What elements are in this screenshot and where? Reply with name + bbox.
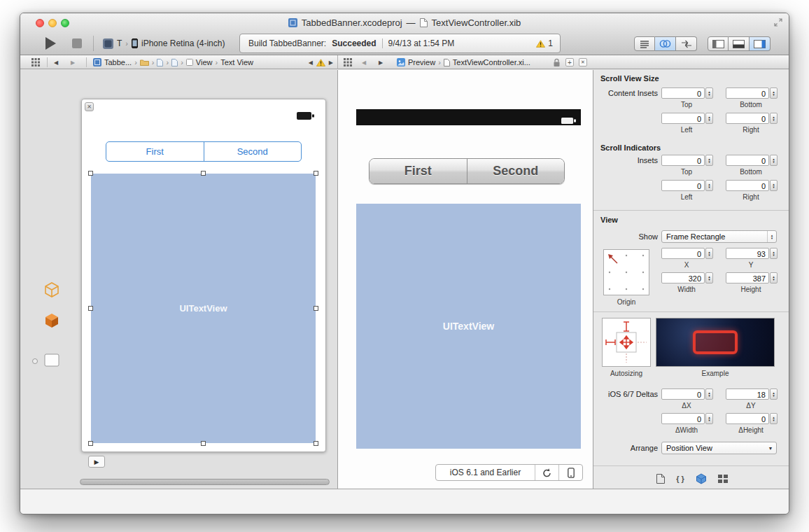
rotate-preview-button[interactable]: [535, 465, 558, 480]
close-assistant-editor-button[interactable]: ✕: [579, 58, 587, 66]
indicator-insets-top-value[interactable]: 0: [661, 155, 705, 166]
lock-icon[interactable]: [553, 58, 561, 67]
frame-y-value[interactable]: 93: [726, 248, 769, 259]
origin-selector-widget[interactable]: [603, 249, 649, 295]
breadcrumb-document[interactable]: TextViewController.xi...: [453, 58, 530, 66]
arrange-popup[interactable]: Position View ▼: [661, 442, 777, 454]
delta-y-value[interactable]: 18: [726, 388, 769, 400]
content-insets-left-stepper[interactable]: ▴▾: [705, 113, 713, 124]
next-issue-button[interactable]: ▶: [329, 59, 333, 66]
history-back-button[interactable]: ◀: [54, 55, 58, 69]
toggle-utilities-button[interactable]: [750, 36, 771, 51]
delta-height-field[interactable]: 0 ▴▾: [726, 413, 778, 424]
indicator-insets-bottom-stepper[interactable]: ▴▾: [770, 155, 778, 166]
file-template-library-icon[interactable]: [656, 474, 665, 484]
frame-height-stepper[interactable]: ▴▾: [770, 272, 778, 284]
delta-height-value[interactable]: 0: [726, 413, 769, 424]
delta-width-value[interactable]: 0: [661, 413, 705, 424]
uitextview-selected[interactable]: UITextView: [91, 174, 316, 443]
frame-y-field[interactable]: 93 ▴▾: [726, 248, 778, 259]
frame-width-field[interactable]: 320 ▴▾: [661, 272, 713, 284]
delta-x-stepper[interactable]: ▴▾: [705, 388, 713, 400]
indicator-insets-right-stepper[interactable]: ▴▾: [770, 180, 778, 191]
horizontal-scrollbar[interactable]: [80, 479, 330, 485]
indicator-insets-bottom-value[interactable]: 0: [726, 155, 769, 166]
toggle-navigator-button[interactable]: [708, 36, 729, 51]
frame-height-value[interactable]: 387: [726, 272, 769, 284]
add-assistant-editor-button[interactable]: +: [565, 58, 574, 66]
toggle-debug-area-button[interactable]: [729, 36, 750, 51]
content-insets-top-value[interactable]: 0: [661, 88, 705, 99]
preview-crumb-icon[interactable]: [397, 58, 405, 66]
indicator-insets-left-field[interactable]: 0 ▴▾: [661, 180, 713, 191]
content-insets-right-field[interactable]: 0 ▴▾: [726, 113, 778, 124]
canvas-close-button[interactable]: ✕: [85, 102, 94, 111]
resize-handle-top-left[interactable]: [88, 171, 93, 176]
content-insets-right-stepper[interactable]: ▴▾: [770, 113, 778, 124]
content-insets-bottom-value[interactable]: 0: [726, 88, 769, 99]
version-editor-button[interactable]: [676, 36, 697, 51]
content-insets-top-field[interactable]: 0 ▴▾: [661, 88, 713, 99]
breadcrumb-preview[interactable]: Preview: [408, 58, 435, 66]
project-crumb-icon[interactable]: [93, 58, 101, 66]
dock-first-responder[interactable]: [41, 310, 62, 331]
resize-handle-middle-right[interactable]: [314, 306, 318, 311]
delta-x-value[interactable]: 0: [661, 388, 705, 400]
breadcrumb-view[interactable]: View: [196, 58, 213, 66]
indicator-insets-right-value[interactable]: 0: [726, 180, 769, 191]
indicator-insets-top-field[interactable]: 0 ▴▾: [661, 155, 713, 166]
indicator-insets-left-value[interactable]: 0: [661, 180, 705, 191]
content-insets-right-value[interactable]: 0: [726, 113, 769, 124]
content-insets-left-field[interactable]: 0 ▴▾: [661, 113, 713, 124]
frame-x-value[interactable]: 0: [661, 248, 705, 259]
object-library-icon[interactable]: [696, 473, 707, 484]
outline-disclosure-dot[interactable]: [32, 358, 38, 364]
run-button[interactable]: [45, 37, 56, 50]
frame-x-field[interactable]: 0 ▴▾: [661, 248, 713, 259]
resize-handle-top-right[interactable]: [314, 171, 318, 176]
frame-width-stepper[interactable]: ▴▾: [705, 272, 713, 284]
delta-width-field[interactable]: 0 ▴▾: [661, 413, 713, 424]
indicator-insets-left-stepper[interactable]: ▴▾: [705, 180, 713, 191]
issues-badge[interactable]: 1: [536, 34, 553, 52]
folder-crumb-icon[interactable]: [140, 59, 149, 66]
related-items-menu[interactable]: [344, 55, 352, 69]
previous-issue-button[interactable]: ◀: [309, 59, 313, 66]
frame-height-field[interactable]: 387 ▴▾: [726, 272, 778, 284]
view-crumb-icon[interactable]: [186, 59, 193, 66]
history-forward-button[interactable]: ▶: [71, 55, 75, 69]
file-crumb-icon[interactable]: [171, 59, 178, 66]
related-items-menu[interactable]: [31, 55, 40, 69]
delta-width-stepper[interactable]: ▴▾: [705, 413, 713, 424]
scheme-selector[interactable]: T › iPhone Retina (4-inch): [103, 37, 225, 50]
resize-handle-bottom-right[interactable]: [314, 441, 318, 446]
file-crumb-icon[interactable]: [157, 59, 163, 66]
content-insets-top-stepper[interactable]: ▴▾: [705, 88, 713, 99]
history-forward-button[interactable]: ▶: [379, 55, 383, 69]
resize-handle-bottom-left[interactable]: [88, 441, 93, 446]
dock-view-object[interactable]: [41, 349, 62, 370]
frame-width-value[interactable]: 320: [661, 272, 705, 284]
resize-handle-bottom-center[interactable]: [201, 441, 206, 446]
delta-height-stepper[interactable]: ▴▾: [770, 413, 778, 424]
fullscreen-icon[interactable]: [774, 18, 782, 27]
show-document-outline-button[interactable]: ▶: [88, 456, 105, 468]
delta-y-stepper[interactable]: ▴▾: [770, 388, 778, 400]
document-crumb-icon[interactable]: [444, 59, 450, 66]
warning-icon[interactable]: [316, 59, 325, 66]
content-insets-bottom-stepper[interactable]: ▴▾: [770, 88, 778, 99]
autosizing-widget[interactable]: [602, 318, 651, 367]
content-insets-bottom-field[interactable]: 0 ▴▾: [726, 88, 778, 99]
delta-y-field[interactable]: 18 ▴▾: [726, 388, 778, 400]
breadcrumb-text-view[interactable]: Text View: [220, 58, 253, 66]
preview-os-version-selector[interactable]: iOS 6.1 and Earlier: [436, 465, 535, 480]
history-back-button[interactable]: ◀: [362, 55, 366, 69]
titlebar[interactable]: TabbedBanner.xcodeproj — TextViewControl…: [20, 13, 789, 31]
stop-button[interactable]: [72, 38, 82, 48]
segmented-control[interactable]: First Second: [106, 141, 302, 162]
code-snippet-library-icon[interactable]: { }: [676, 475, 684, 483]
content-insets-left-value[interactable]: 0: [661, 113, 705, 124]
standard-editor-button[interactable]: [634, 36, 655, 51]
segment-first[interactable]: First: [106, 142, 204, 161]
preview-device-button[interactable]: [558, 465, 582, 480]
